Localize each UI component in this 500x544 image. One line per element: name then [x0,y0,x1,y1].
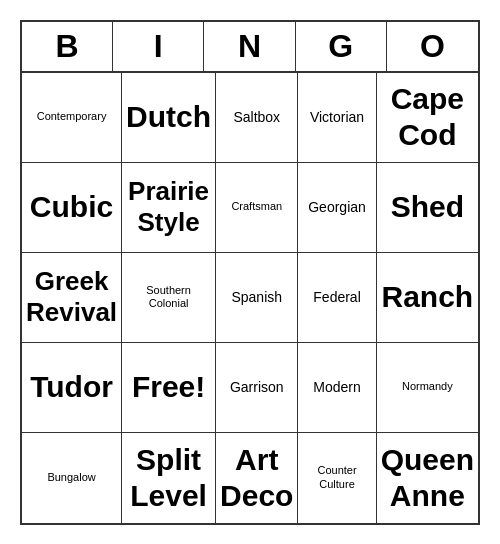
cell-text-13: Federal [313,289,360,306]
bingo-cell-21: SplitLevel [122,433,216,523]
bingo-cell-2: Saltbox [216,73,298,163]
cell-text-18: Modern [313,379,360,396]
bingo-cell-13: Federal [298,253,376,343]
header-letter-G: G [296,22,387,71]
bingo-cell-4: CapeCod [377,73,478,163]
bingo-cell-11: SouthernColonial [122,253,216,343]
bingo-cell-7: Craftsman [216,163,298,253]
header-letter-B: B [22,22,113,71]
bingo-cell-12: Spanish [216,253,298,343]
bingo-cell-10: GreekRevival [22,253,122,343]
bingo-cell-0: Contemporary [22,73,122,163]
bingo-header: BINGO [22,22,478,73]
bingo-cell-14: Ranch [377,253,478,343]
cell-text-12: Spanish [231,289,282,306]
cell-text-0: Contemporary [37,110,107,123]
bingo-grid: ContemporaryDutchSaltboxVictorianCapeCod… [22,73,478,523]
cell-text-16: Free! [132,369,205,405]
bingo-cell-22: ArtDeco [216,433,298,523]
header-letter-O: O [387,22,478,71]
bingo-card: BINGO ContemporaryDutchSaltboxVictorianC… [20,20,480,525]
cell-text-5: Cubic [30,189,113,225]
cell-text-3: Victorian [310,109,364,126]
bingo-cell-19: Normandy [377,343,478,433]
header-letter-I: I [113,22,204,71]
cell-text-23: CounterCulture [317,464,356,490]
cell-text-10: GreekRevival [26,266,117,328]
bingo-cell-20: Bungalow [22,433,122,523]
bingo-cell-18: Modern [298,343,376,433]
bingo-cell-6: PrairieStyle [122,163,216,253]
cell-text-2: Saltbox [233,109,280,126]
cell-text-1: Dutch [126,99,211,135]
cell-text-15: Tudor [30,369,113,405]
cell-text-21: SplitLevel [130,442,207,514]
cell-text-20: Bungalow [47,471,95,484]
cell-text-6: PrairieStyle [128,176,209,238]
bingo-cell-3: Victorian [298,73,376,163]
bingo-cell-9: Shed [377,163,478,253]
bingo-cell-1: Dutch [122,73,216,163]
cell-text-11: SouthernColonial [146,284,191,310]
bingo-cell-8: Georgian [298,163,376,253]
bingo-cell-24: QueenAnne [377,433,478,523]
cell-text-17: Garrison [230,379,284,396]
cell-text-7: Craftsman [231,200,282,213]
cell-text-4: CapeCod [391,81,464,153]
bingo-cell-16: Free! [122,343,216,433]
cell-text-19: Normandy [402,380,453,393]
cell-text-14: Ranch [381,279,473,315]
cell-text-8: Georgian [308,199,366,216]
bingo-cell-17: Garrison [216,343,298,433]
bingo-cell-23: CounterCulture [298,433,376,523]
cell-text-24: QueenAnne [381,442,474,514]
cell-text-22: ArtDeco [220,442,293,514]
bingo-cell-15: Tudor [22,343,122,433]
bingo-cell-5: Cubic [22,163,122,253]
cell-text-9: Shed [391,189,464,225]
header-letter-N: N [204,22,295,71]
